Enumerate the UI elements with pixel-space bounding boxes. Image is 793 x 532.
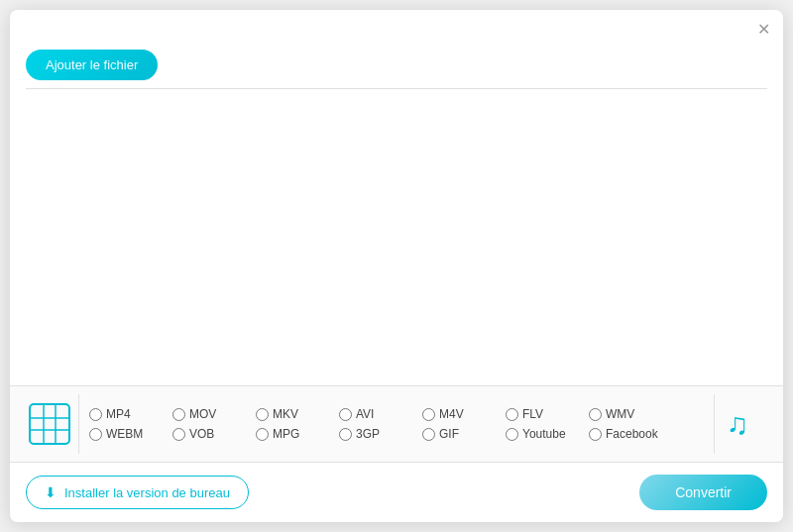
format-item-wmv: WMV xyxy=(589,407,668,421)
format-radio-mkv[interactable] xyxy=(256,408,269,421)
video-icon-area xyxy=(20,394,79,454)
format-label-3gp[interactable]: 3GP xyxy=(356,427,380,441)
format-item-gif: GIF xyxy=(422,427,502,441)
format-label-flv[interactable]: FLV xyxy=(522,407,543,421)
format-item-facebook: Facebook xyxy=(589,427,668,441)
music-icon-area: ♫ xyxy=(714,394,773,454)
format-radio-vob[interactable] xyxy=(172,428,185,441)
install-button[interactable]: ⬇ Installer la version de bureau xyxy=(26,476,249,509)
format-radio-youtube[interactable] xyxy=(506,428,518,441)
format-label-mp4[interactable]: MP4 xyxy=(106,407,131,421)
header-area: Ajouter le fichier xyxy=(10,42,783,88)
install-label: Installer la version de bureau xyxy=(64,485,230,500)
close-icon: ✕ xyxy=(757,22,770,38)
main-window: ✕ Ajouter le fichier MP4MOVMKVAVIM4VFLVW… xyxy=(10,10,783,522)
format-bar: MP4MOVMKVAVIM4VFLVWMV WEBMVOBMPG3GPGIFYo… xyxy=(10,385,783,463)
format-item-mkv: MKV xyxy=(256,407,335,421)
music-icon: ♫ xyxy=(727,406,762,442)
format-row-1: MP4MOVMKVAVIM4VFLVWMV xyxy=(89,407,704,421)
format-radio-flv[interactable] xyxy=(506,408,518,421)
format-item-flv: FLV xyxy=(506,407,585,421)
format-item-mpg: MPG xyxy=(256,427,335,441)
video-icon xyxy=(28,402,71,446)
content-area xyxy=(10,89,783,385)
format-radio-3gp[interactable] xyxy=(339,428,352,441)
format-item-avi: AVI xyxy=(339,407,418,421)
format-label-vob[interactable]: VOB xyxy=(189,427,214,441)
format-label-wmv[interactable]: WMV xyxy=(606,407,634,421)
format-row-2: WEBMVOBMPG3GPGIFYoutubeFacebook xyxy=(89,427,704,441)
close-button[interactable]: ✕ xyxy=(755,22,771,38)
format-item-m4v: M4V xyxy=(422,407,502,421)
format-label-facebook[interactable]: Facebook xyxy=(606,427,658,441)
format-radio-facebook[interactable] xyxy=(589,428,602,441)
format-radio-mpg[interactable] xyxy=(256,428,269,441)
format-label-youtube[interactable]: Youtube xyxy=(522,427,566,441)
format-options: MP4MOVMKVAVIM4VFLVWMV WEBMVOBMPG3GPGIFYo… xyxy=(89,403,704,445)
format-label-mpg[interactable]: MPG xyxy=(273,427,299,441)
format-radio-wmv[interactable] xyxy=(589,408,602,421)
format-item-youtube: Youtube xyxy=(506,427,585,441)
format-label-gif[interactable]: GIF xyxy=(439,427,459,441)
format-radio-webm[interactable] xyxy=(89,428,102,441)
download-icon: ⬇ xyxy=(45,484,57,500)
format-radio-avi[interactable] xyxy=(339,408,352,421)
convert-button[interactable]: Convertir xyxy=(639,475,767,510)
format-item-mp4: MP4 xyxy=(89,407,169,421)
format-radio-mov[interactable] xyxy=(172,408,185,421)
format-label-mov[interactable]: MOV xyxy=(189,407,216,421)
add-file-button[interactable]: Ajouter le fichier xyxy=(26,50,158,80)
svg-rect-0 xyxy=(30,404,69,444)
format-label-webm[interactable]: WEBM xyxy=(106,427,143,441)
format-label-avi[interactable]: AVI xyxy=(356,407,374,421)
format-radio-m4v[interactable] xyxy=(422,408,435,421)
format-radio-gif[interactable] xyxy=(422,428,435,441)
format-label-mkv[interactable]: MKV xyxy=(273,407,298,421)
format-item-mov: MOV xyxy=(172,407,252,421)
format-radio-mp4[interactable] xyxy=(89,408,102,421)
format-item-webm: WEBM xyxy=(89,427,169,441)
format-item-3gp: 3GP xyxy=(339,427,418,441)
title-bar: ✕ xyxy=(10,10,783,42)
format-label-m4v[interactable]: M4V xyxy=(439,407,464,421)
svg-text:♫: ♫ xyxy=(727,407,749,440)
footer-area: ⬇ Installer la version de bureau Convert… xyxy=(10,463,783,522)
format-item-vob: VOB xyxy=(172,427,252,441)
